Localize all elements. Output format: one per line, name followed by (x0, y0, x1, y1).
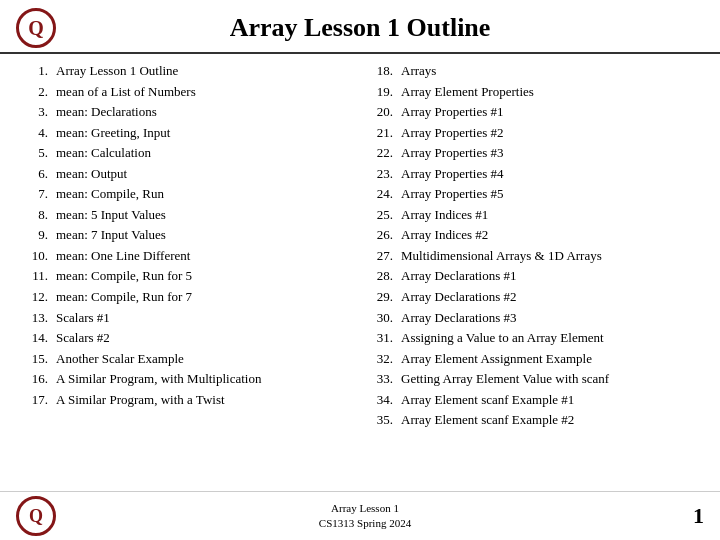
list-item: 30.Array Declarations #3 (365, 309, 700, 327)
header-logo: Q (16, 8, 56, 48)
list-item: 9.mean: 7 Input Values (20, 226, 355, 244)
footer-logo: Q (16, 496, 56, 536)
item-text: Array Properties #5 (401, 185, 700, 203)
item-number: 16. (20, 370, 48, 388)
item-number: 22. (365, 144, 393, 162)
item-text: Scalars #1 (56, 309, 355, 327)
item-text: Array Declarations #2 (401, 288, 700, 306)
list-item: 7.mean: Compile, Run (20, 185, 355, 203)
item-number: 35. (365, 411, 393, 429)
item-number: 30. (365, 309, 393, 327)
footer-line2: CS1313 Spring 2024 (56, 516, 674, 531)
item-text: mean of a List of Numbers (56, 83, 355, 101)
item-number: 15. (20, 350, 48, 368)
item-number: 5. (20, 144, 48, 162)
item-text: Array Declarations #3 (401, 309, 700, 327)
item-text: Assigning a Value to an Array Element (401, 329, 700, 347)
list-item: 23.Array Properties #4 (365, 165, 700, 183)
list-item: 22.Array Properties #3 (365, 144, 700, 162)
item-text: mean: Compile, Run for 5 (56, 267, 355, 285)
item-number: 9. (20, 226, 48, 244)
list-item: 10.mean: One Line Different (20, 247, 355, 265)
list-item: 33.Getting Array Element Value with scan… (365, 370, 700, 388)
item-number: 21. (365, 124, 393, 142)
item-text: mean: 7 Input Values (56, 226, 355, 244)
list-item: 18.Arrays (365, 62, 700, 80)
list-item: 29.Array Declarations #2 (365, 288, 700, 306)
item-text: mean: 5 Input Values (56, 206, 355, 224)
item-text: A Similar Program, with Multiplication (56, 370, 355, 388)
item-text: Scalars #2 (56, 329, 355, 347)
footer-text: Array Lesson 1 CS1313 Spring 2024 (56, 501, 674, 532)
left-outline-list: 1.Array Lesson 1 Outline2.mean of a List… (20, 62, 355, 408)
list-item: 14.Scalars #2 (20, 329, 355, 347)
item-number: 27. (365, 247, 393, 265)
list-item: 26.Array Indices #2 (365, 226, 700, 244)
right-outline-list: 18.Arrays19.Array Element Properties20.A… (365, 62, 700, 429)
list-item: 13.Scalars #1 (20, 309, 355, 327)
list-item: 1.Array Lesson 1 Outline (20, 62, 355, 80)
header: Q Array Lesson 1 Outline (0, 0, 720, 54)
item-number: 18. (365, 62, 393, 80)
item-text: Array Element scanf Example #1 (401, 391, 700, 409)
item-text: Array Properties #2 (401, 124, 700, 142)
item-number: 20. (365, 103, 393, 121)
list-item: 25.Array Indices #1 (365, 206, 700, 224)
footer: Q Array Lesson 1 CS1313 Spring 2024 1 (0, 491, 720, 540)
item-number: 19. (365, 83, 393, 101)
list-item: 28.Array Declarations #1 (365, 267, 700, 285)
header-logo-area: Q (16, 8, 64, 48)
item-number: 33. (365, 370, 393, 388)
list-item: 16.A Similar Program, with Multiplicatio… (20, 370, 355, 388)
item-text: Array Properties #3 (401, 144, 700, 162)
content-area: 1.Array Lesson 1 Outline2.mean of a List… (0, 54, 720, 436)
list-item: 31.Assigning a Value to an Array Element (365, 329, 700, 347)
item-number: 11. (20, 267, 48, 285)
page-title: Array Lesson 1 Outline (64, 13, 704, 43)
item-number: 13. (20, 309, 48, 327)
list-item: 8.mean: 5 Input Values (20, 206, 355, 224)
item-number: 7. (20, 185, 48, 203)
item-text: mean: Output (56, 165, 355, 183)
left-column: 1.Array Lesson 1 Outline2.mean of a List… (20, 62, 355, 432)
list-item: 11.mean: Compile, Run for 5 (20, 267, 355, 285)
item-number: 6. (20, 165, 48, 183)
list-item: 34.Array Element scanf Example #1 (365, 391, 700, 409)
list-item: 27.Multidimensional Arrays & 1D Arrays (365, 247, 700, 265)
list-item: 24.Array Properties #5 (365, 185, 700, 203)
list-item: 20.Array Properties #1 (365, 103, 700, 121)
item-text: Another Scalar Example (56, 350, 355, 368)
item-number: 2. (20, 83, 48, 101)
list-item: 2.mean of a List of Numbers (20, 83, 355, 101)
right-column: 18.Arrays19.Array Element Properties20.A… (365, 62, 700, 432)
list-item: 19.Array Element Properties (365, 83, 700, 101)
item-number: 32. (365, 350, 393, 368)
item-text: Array Element scanf Example #2 (401, 411, 700, 429)
list-item: 3.mean: Declarations (20, 103, 355, 121)
item-text: Getting Array Element Value with scanf (401, 370, 700, 388)
item-number: 8. (20, 206, 48, 224)
item-text: A Similar Program, with a Twist (56, 391, 355, 409)
list-item: 35.Array Element scanf Example #2 (365, 411, 700, 429)
item-text: mean: Greeting, Input (56, 124, 355, 142)
item-text: mean: One Line Different (56, 247, 355, 265)
item-number: 29. (365, 288, 393, 306)
item-text: Array Declarations #1 (401, 267, 700, 285)
item-number: 12. (20, 288, 48, 306)
item-text: Array Properties #4 (401, 165, 700, 183)
item-number: 31. (365, 329, 393, 347)
item-number: 34. (365, 391, 393, 409)
list-item: 12.mean: Compile, Run for 7 (20, 288, 355, 306)
item-number: 10. (20, 247, 48, 265)
list-item: 4.mean: Greeting, Input (20, 124, 355, 142)
item-text: mean: Compile, Run for 7 (56, 288, 355, 306)
item-number: 23. (365, 165, 393, 183)
footer-line1: Array Lesson 1 (56, 501, 674, 516)
page: Q Array Lesson 1 Outline 1.Array Lesson … (0, 0, 720, 540)
list-item: 21.Array Properties #2 (365, 124, 700, 142)
item-text: Array Element Properties (401, 83, 700, 101)
page-number: 1 (674, 503, 704, 529)
item-text: Arrays (401, 62, 700, 80)
item-number: 24. (365, 185, 393, 203)
item-text: mean: Declarations (56, 103, 355, 121)
